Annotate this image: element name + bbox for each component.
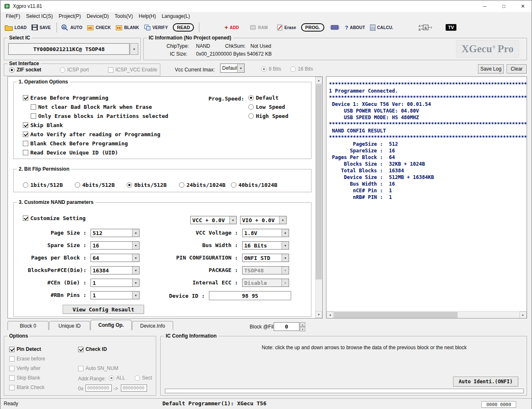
checkbox-pin-detect[interactable]: Pin Detect: [9, 346, 41, 352]
chevron-down-icon[interactable]: [132, 267, 139, 274]
check-button[interactable]: 4D CHECK: [87, 24, 111, 31]
checkbox-erase-before[interactable]: Erase before: [9, 356, 45, 362]
checkbox-customize-setting[interactable]: Customize Setting: [23, 215, 86, 221]
chevron-down-icon[interactable]: [282, 242, 289, 249]
block-at-file-input[interactable]: 0: [274, 322, 299, 331]
chevron-down-icon[interactable]: [229, 216, 236, 224]
checkbox-skip-blank[interactable]: Skip Blank: [23, 122, 63, 128]
block-spinner-down-button[interactable]: [300, 327, 305, 331]
pin-configuration-select[interactable]: ONFI STD: [242, 254, 289, 262]
radio-1bits-512b[interactable]: 1bits/512B: [23, 182, 63, 188]
prog-button[interactable]: PROG.: [301, 23, 324, 32]
checkbox-not-clear-bad-block[interactable]: Not clear Bad Block Mark when Erase: [31, 104, 152, 110]
checkbox-erase-before-programming[interactable]: Erase Before Programming: [23, 95, 108, 101]
log-hscrollbar[interactable]: [326, 311, 527, 318]
ic-select-dropdown-button[interactable]: [130, 43, 138, 55]
pages-per-block-select[interactable]: 64: [91, 254, 140, 262]
scroll-left-button[interactable]: [326, 311, 333, 318]
radio-speed-low[interactable]: Low Speed: [248, 104, 285, 110]
radio-16-bits[interactable]: 16 Bits: [290, 66, 313, 72]
page-size-select[interactable]: 512: [91, 229, 140, 237]
radio-40bits-1024b[interactable]: 40bits/1024B: [231, 182, 277, 188]
radio-addr-sect[interactable]: Sect: [135, 375, 152, 381]
scrollbar-thumb[interactable]: [316, 84, 322, 279]
chevron-down-icon[interactable]: [132, 242, 139, 249]
addr-end-input[interactable]: 00000000: [121, 385, 147, 392]
radio-addr-all[interactable]: ALL: [109, 375, 125, 381]
menu-item-language[interactable]: Language(L): [159, 12, 193, 20]
about-button[interactable]: ? ABOUT: [345, 24, 365, 31]
chevron-down-icon[interactable]: [132, 229, 139, 237]
chevron-down-icon[interactable]: [132, 279, 139, 287]
scrollbar-thumb[interactable]: [334, 312, 458, 318]
device-id-input[interactable]: 98 95: [209, 291, 291, 300]
checkbox-verify-after[interactable]: Verify after: [9, 365, 40, 371]
tab-config-op[interactable]: Config Op.: [91, 320, 132, 330]
checkbox-auto-verify[interactable]: Auto Verify after reading or Programming: [23, 131, 160, 137]
vcc-current-select[interactable]: Default: [220, 64, 245, 73]
bus-width-select[interactable]: 16 Bits: [242, 241, 289, 250]
chevron-down-icon[interactable]: [282, 254, 289, 262]
chip-button[interactable]: [329, 24, 340, 31]
radio-speed-high[interactable]: High Speed: [248, 113, 288, 119]
tab-unique-id[interactable]: Unique ID: [49, 321, 90, 330]
auto-identify-button[interactable]: Auto Identi.(ONFI): [453, 377, 518, 387]
read-button[interactable]: READ: [173, 23, 194, 32]
chevron-down-icon[interactable]: [282, 229, 289, 237]
radio-8-bits[interactable]: 8 Bits: [261, 66, 281, 72]
tab-block0[interactable]: Block 0: [7, 321, 49, 330]
auto-button[interactable]: A AUTO: [61, 24, 82, 31]
scroll-up-button[interactable]: [315, 77, 322, 84]
radio-speed-default[interactable]: Default: [248, 95, 279, 101]
scroll-right-button[interactable]: [520, 311, 527, 318]
menu-item-device[interactable]: Device(D): [84, 12, 112, 20]
ic-select-display[interactable]: TY00D0021211KC@ TSOP48: [8, 43, 130, 55]
view-config-result-button[interactable]: View Config Resault: [63, 305, 144, 314]
radio-4bits-512b[interactable]: 4bits/512B: [75, 182, 115, 188]
checkbox-check-id[interactable]: Check ID: [78, 346, 107, 352]
block-spinner-up-button[interactable]: [300, 322, 305, 327]
checkbox-icsp-vcc-enable[interactable]: ICSP_VCC Enable: [108, 67, 157, 73]
blocks-per-ce-select[interactable]: 16384: [91, 266, 140, 274]
cen-die-select[interactable]: 1: [91, 279, 140, 287]
radio-24bits-1024b[interactable]: 24bits/1024B: [179, 182, 226, 188]
add-button[interactable]: + ADD: [224, 25, 239, 30]
close-button[interactable]: ✕: [513, 0, 532, 12]
vio-adjust-select[interactable]: VIO + 0.0V: [240, 216, 287, 224]
maximize-button[interactable]: □: [494, 0, 513, 12]
scroll-down-button[interactable]: [315, 311, 322, 318]
erase-button[interactable]: Erase: [277, 24, 296, 31]
menu-item-tools[interactable]: Tools(V): [112, 12, 136, 20]
checkbox-read-uid[interactable]: Read Device Unique ID (UID): [23, 149, 118, 156]
radio-zif-socket[interactable]: ZIF socket: [9, 67, 41, 73]
menu-item-select-ic[interactable]: Select IC(S): [23, 12, 56, 20]
menu-item-project[interactable]: Project(P): [56, 12, 83, 20]
addr-start-input[interactable]: 00000000: [86, 385, 112, 392]
menu-item-file[interactable]: File(F): [3, 12, 23, 20]
checkbox-blank-check-option[interactable]: Blank Check: [9, 385, 44, 390]
chevron-down-icon[interactable]: [279, 216, 286, 224]
verify-button[interactable]: VERIFY: [144, 24, 168, 31]
checkbox-blank-check-before[interactable]: Blank Check Before Programming: [23, 140, 128, 147]
ram-button[interactable]: RAM: [250, 25, 267, 30]
blank-button[interactable]: FE BLANK: [116, 24, 139, 31]
chevron-down-icon[interactable]: [237, 64, 244, 72]
radio-icsp-port[interactable]: ICSP port: [60, 67, 89, 73]
menu-item-help[interactable]: Help(H): [136, 12, 159, 20]
logic-test-button[interactable]: A B & Y: [418, 24, 433, 31]
spare-size-select[interactable]: 16: [91, 241, 140, 250]
vcc-adjust-select[interactable]: VCC + 0.0V: [190, 216, 237, 224]
load-button[interactable]: LOAD: [5, 24, 27, 31]
minimize-button[interactable]: ─: [475, 0, 494, 12]
checkbox-auto-sn-num[interactable]: Auto SN_NUM: [78, 365, 118, 371]
checkbox-only-erase-partitions[interactable]: Only Erase blocks in Partitions selected: [31, 113, 168, 119]
vcc-voltage-select[interactable]: 1.8V: [242, 229, 289, 237]
clear-button[interactable]: Clear: [507, 64, 527, 73]
calcu-button[interactable]: CALCU.: [370, 24, 393, 31]
tab-device-info[interactable]: Device.Info: [132, 321, 173, 330]
tv-button[interactable]: TV: [446, 24, 456, 31]
checkbox-skip-blank-option[interactable]: Skip Blank: [9, 375, 40, 381]
save-log-button[interactable]: Save Log: [478, 64, 504, 73]
radio-8bits-512b[interactable]: 8bits/512B: [127, 182, 167, 188]
left-panel-scrollbar[interactable]: [315, 77, 322, 318]
